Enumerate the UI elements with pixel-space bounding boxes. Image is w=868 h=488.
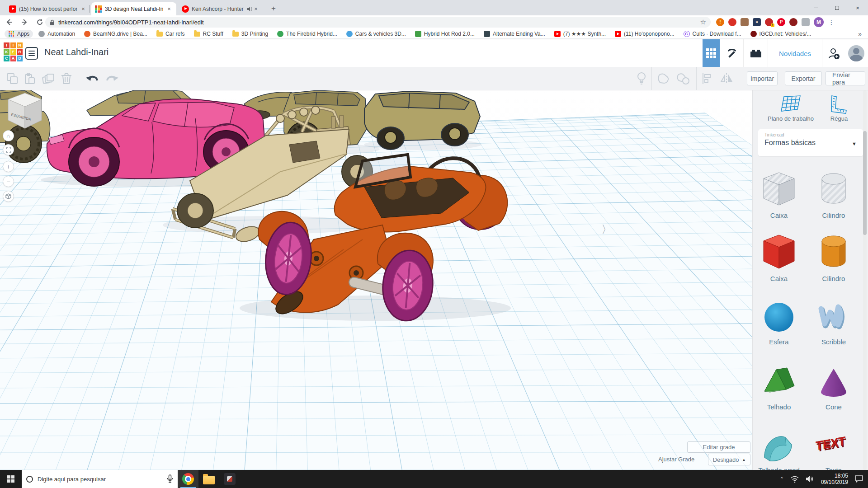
reload-icon[interactable] — [33, 16, 46, 28]
start-button[interactable] — [0, 470, 22, 488]
view-cube[interactable]: ESQUERDA — [6, 92, 43, 130]
align-icon[interactable] — [701, 72, 714, 85]
bookmark-item[interactable]: Car refs — [153, 30, 189, 38]
bookmark-item[interactable]: Apps — [5, 30, 33, 38]
extension-icon-3[interactable] — [741, 18, 749, 26]
tab-close-icon[interactable]: × — [165, 5, 173, 13]
extension-icon-1[interactable]: ! — [716, 18, 724, 26]
3d-viewport[interactable]: ESQUERDA ⌂ + − 〉 Editar grade Ajustar Gr… — [0, 90, 752, 470]
hint-lightbulb-icon[interactable] — [635, 72, 648, 85]
extension-icon-4[interactable]: » — [753, 18, 761, 26]
user-avatar[interactable] — [848, 45, 864, 61]
browser-tab-1[interactable]: (15) How to boost performance i × — [5, 2, 90, 15]
workplane-tool[interactable]: Plano de trabalho — [766, 95, 816, 122]
importar-button[interactable]: Importar — [747, 71, 778, 85]
sidebar-scrollbar[interactable] — [863, 90, 867, 470]
tinkercad-logo[interactable]: TINKERCAD — [4, 42, 23, 61]
shape-item-telhado-arred[interactable]: Telhado arred — [754, 429, 804, 474]
shape-item-caixa-transparent[interactable]: Caixa — [754, 171, 804, 219]
novidades-link[interactable]: Novidades — [768, 39, 822, 67]
tab-close-icon[interactable]: × — [252, 5, 259, 13]
invite-person-icon[interactable] — [822, 39, 844, 67]
mirror-icon[interactable] — [720, 72, 733, 85]
browser-menu-icon[interactable]: ⋮ — [828, 19, 835, 26]
shape-item-cone[interactable]: Cone — [809, 366, 859, 411]
bookmark-item[interactable]: RC Stuff — [190, 30, 227, 38]
shape-item-cilindro-orange[interactable]: Cilindro — [809, 233, 859, 282]
tray-chevron-up-icon[interactable]: ⌃ — [780, 476, 784, 482]
design-menu-button[interactable] — [25, 47, 38, 60]
browser-tab-3[interactable]: Ken Ashcorp - Hunter - YouT × — [178, 2, 263, 15]
bookmark-item[interactable]: Cars & vehicles 3D... — [343, 30, 410, 38]
exportar-button[interactable]: Exportar — [785, 71, 822, 85]
zoom-out-button[interactable]: − — [3, 176, 14, 187]
bookmark-item[interactable]: Alternate Ending Va... — [480, 30, 549, 38]
new-tab-button[interactable]: + — [268, 3, 279, 15]
duplicate-icon[interactable] — [42, 72, 55, 85]
bookmark-item[interactable]: The Firebrid Hybrid... — [274, 30, 341, 38]
taskbar-explorer-button[interactable] — [198, 470, 219, 488]
mic-icon[interactable] — [167, 474, 173, 483]
shape-item-esfera[interactable]: Esfera — [754, 302, 804, 346]
brick-button[interactable] — [743, 39, 768, 67]
tab-divider — [90, 5, 90, 13]
browser-profile-avatar[interactable]: M — [814, 17, 824, 27]
group-icon[interactable] — [656, 72, 670, 85]
shape-item-telhado[interactable]: Telhado — [754, 366, 804, 411]
action-center-icon[interactable] — [854, 475, 863, 483]
shape-item-scribble[interactable]: Scribble — [809, 302, 859, 346]
extension-icon-6[interactable]: P — [777, 18, 785, 26]
bookmark-item[interactable]: Hybrid Hot Rod 2.0... — [411, 30, 478, 38]
forward-icon[interactable] — [18, 16, 31, 28]
shape-item-cilindro-transparent[interactable]: Cilindro — [809, 171, 859, 219]
enviar-para-button[interactable]: Enviar para — [826, 71, 865, 85]
bookmark-item[interactable]: IGCD.net: Vehicles/... — [747, 30, 815, 38]
panel-collapse-handle[interactable]: 〉 — [601, 222, 612, 237]
editar-grade-button[interactable]: Editar grade — [687, 441, 750, 453]
minimize-button[interactable] — [806, 0, 826, 15]
undo-icon[interactable] — [86, 72, 99, 85]
ungroup-icon[interactable] — [676, 72, 690, 85]
snap-grid-select[interactable]: Desligado ▲ — [708, 454, 750, 465]
tab-close-icon[interactable]: × — [80, 5, 87, 13]
perspective-toggle-button[interactable] — [3, 191, 14, 202]
minecraft-pickaxe-button[interactable] — [720, 39, 743, 67]
fit-view-button[interactable] — [3, 144, 14, 155]
taskbar-search-box[interactable]: Digite aqui para pesquisar — [22, 470, 178, 488]
delete-icon[interactable] — [60, 72, 73, 85]
bookmark-star-icon[interactable]: ☆ — [700, 18, 706, 26]
taskbar-app-button[interactable] — [219, 470, 240, 488]
volume-icon[interactable] — [806, 475, 815, 483]
wifi-icon[interactable] — [790, 475, 799, 483]
redo-icon[interactable] — [105, 72, 118, 85]
shape-item-caixa-red[interactable]: Caixa — [754, 233, 804, 282]
bookmark-item[interactable]: Automation — [35, 30, 79, 38]
close-button[interactable]: × — [847, 0, 868, 15]
extension-icon-2[interactable] — [728, 18, 736, 26]
extension-icon-5[interactable]: 1 — [765, 18, 773, 26]
shape-item-texto[interactable]: TEXT TEXT Texto — [809, 429, 859, 474]
bookmark-item[interactable]: BeamNG.drive | Bea... — [80, 30, 151, 38]
zoom-in-button[interactable]: + — [3, 161, 14, 172]
url-bar[interactable]: tinkercad.com/things/9bl04ODPTP1-neat-la… — [45, 17, 711, 28]
paste-icon[interactable] — [23, 72, 36, 85]
shape-library-dropdown[interactable]: Tinkercad Formas básicas ▼ — [758, 129, 863, 156]
copy-icon[interactable] — [5, 72, 19, 85]
extension-icon-7[interactable] — [789, 18, 797, 26]
sidebar-scrollbar-thumb[interactable] — [863, 131, 867, 235]
logo-letter: A — [10, 56, 16, 61]
bookmarks-overflow-icon[interactable]: » — [858, 30, 862, 38]
extension-icon-8[interactable] — [802, 18, 810, 26]
bookmark-item[interactable]: 3D Printing — [229, 30, 272, 38]
home-view-button[interactable]: ⌂ — [3, 130, 14, 141]
back-icon[interactable] — [3, 16, 15, 28]
taskbar-chrome-button[interactable] — [178, 470, 198, 488]
bookmark-item[interactable]: Cults · Download f... — [680, 30, 745, 38]
dashboard-grid-button[interactable] — [703, 39, 720, 67]
browser-tab-2-active[interactable]: 3D design Neat Lahdi-Inari | Tink × — [91, 2, 176, 15]
tray-clock[interactable]: 18:05 09/10/2019 — [821, 473, 848, 485]
bookmark-item[interactable]: (11) Ho'oponopono... — [611, 30, 678, 38]
maximize-button[interactable] — [826, 0, 847, 15]
ruler-tool[interactable]: Régua — [814, 95, 864, 122]
bookmark-item[interactable]: (7) ★★★ Synth... — [551, 30, 609, 38]
